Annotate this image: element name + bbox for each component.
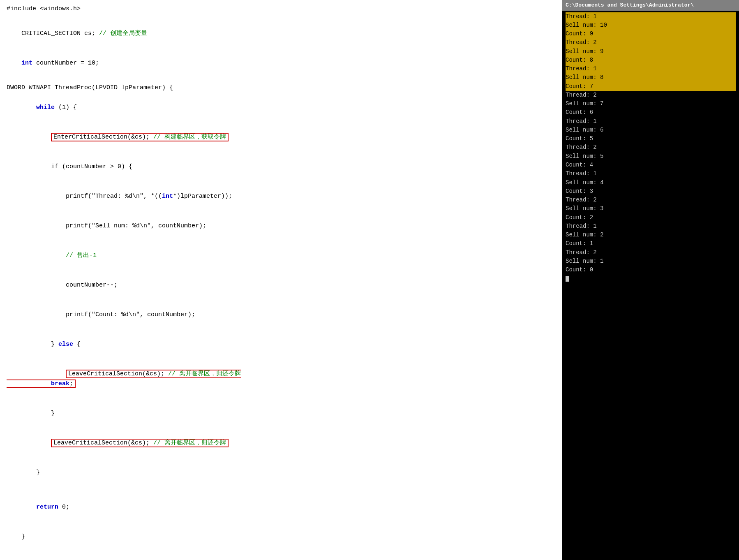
- leave-else-box-line: LeaveCriticalSection(&cs); // 离开临界区，归还令牌…: [7, 359, 556, 399]
- else-brace: {: [73, 341, 81, 348]
- indent-else: }: [21, 341, 58, 348]
- close-thread-line: }: [7, 522, 556, 552]
- terminal-line: Count: 2: [566, 213, 736, 222]
- return0-line: return 0;: [7, 493, 556, 522]
- leave-else-indent2: [7, 380, 51, 387]
- indent-enter: [21, 134, 51, 141]
- indent-leave-else: [21, 370, 66, 377]
- cs-comment: // 创建全局变量: [99, 30, 147, 37]
- decrement-text: countNumber--;: [21, 282, 118, 289]
- terminal-line: Thread: 1: [566, 65, 736, 73]
- terminal-line: Count: 3: [566, 187, 736, 196]
- printf1-text: printf("Thread: %d\n", *((: [21, 193, 162, 200]
- terminal-line: Sell num: 4: [566, 178, 736, 187]
- terminal-titlebar: C:\Documents and Settings\Administrator\: [562, 0, 739, 11]
- terminal-line: Thread: 2: [566, 248, 736, 257]
- else-kw: else: [58, 341, 73, 348]
- terminal-line: Thread: 1: [566, 169, 736, 178]
- terminal-line: Thread: 2: [566, 91, 736, 100]
- indent-return0: [21, 504, 36, 511]
- critical-section-line: CRITICAL_SECTION cs; // 创建全局变量: [7, 19, 556, 49]
- indent-if: [21, 163, 51, 170]
- terminal-cursor: [566, 276, 569, 282]
- leave-else-comment: // 离开临界区，归还令牌: [168, 370, 241, 377]
- terminal-line: Count: 1: [566, 239, 736, 248]
- main-sig-line: int main(int argc, char* argv[]): [7, 557, 556, 560]
- terminal-line: Count: 8: [566, 56, 736, 65]
- terminal-line: Sell num: 2: [566, 231, 736, 239]
- threadproc-sig: DWORD WINAPI ThreadProc(LPVOID lpParamet…: [7, 83, 556, 93]
- close-while-line: }: [7, 458, 556, 488]
- count-number-text: countNumber = 10;: [32, 60, 99, 67]
- int-cast: int: [162, 193, 173, 200]
- terminal-line: Sell num: 7: [566, 100, 736, 108]
- terminal-line: Sell num: 9: [566, 47, 736, 56]
- terminal-line: Count: 0: [566, 266, 736, 274]
- close-else-text: }: [21, 410, 55, 417]
- while-line: while (1) {: [7, 93, 556, 123]
- terminal-line: Thread: 2: [566, 143, 736, 152]
- count-number-line: int countNumber = 10;: [7, 49, 556, 78]
- break-kw: break: [51, 380, 69, 387]
- indent-while: [21, 104, 36, 111]
- terminal-line: Count: 6: [566, 108, 736, 117]
- printf1-line: printf("Thread: %d\n", *((int*)lpParamet…: [7, 182, 556, 211]
- leave-cs-box: LeaveCriticalSection(&cs); // 离开临界区，归还令牌: [51, 439, 229, 447]
- enter-cs-box: EnterCriticalSection(&cs); // 构建临界区，获取令牌: [51, 133, 229, 141]
- leave-cs-text: LeaveCriticalSection(&cs);: [53, 440, 153, 447]
- enter-cs-text: EnterCriticalSection(&cs);: [53, 134, 153, 141]
- terminal-line: Thread: 1: [566, 117, 736, 126]
- enter-cs-line: EnterCriticalSection(&cs); // 构建临界区，获取令牌: [7, 123, 556, 152]
- if-text: if (countNumber > 0) {: [51, 163, 132, 170]
- terminal-line: Thread: 2: [566, 196, 736, 204]
- comment-sell-line: // 售出-1: [7, 241, 556, 271]
- indent-sell: [21, 252, 66, 259]
- close-while-text: }: [21, 469, 40, 476]
- terminal-line: Thread: 1: [566, 12, 736, 21]
- enter-cs-comment: // 构建临界区，获取令牌: [153, 134, 226, 141]
- terminal-line: Thread: 2: [566, 38, 736, 47]
- terminal-cursor-line: [566, 274, 736, 283]
- terminal-panel: C:\Documents and Settings\Administrator\…: [562, 0, 739, 560]
- close-thread-brace: }: [21, 533, 25, 540]
- code-panel: #include <windows.h> CRITICAL_SECTION cs…: [0, 0, 562, 560]
- int-kw1: int: [21, 60, 32, 67]
- leave-else-text: LeaveCriticalSection(&cs);: [68, 370, 168, 377]
- terminal-line: Sell num: 3: [566, 204, 736, 213]
- break-semi: ;: [69, 380, 73, 387]
- else-line: } else {: [7, 330, 556, 359]
- printf3-text: printf("Count: %d\n", countNumber);: [21, 311, 195, 318]
- printf3-line: printf("Count: %d\n", countNumber);: [7, 300, 556, 330]
- terminal-line: Sell num: 6: [566, 126, 736, 134]
- while-rest: (1) {: [55, 104, 77, 111]
- terminal-line: Sell num: 5: [566, 152, 736, 161]
- close-else-line: }: [7, 399, 556, 428]
- include-line: #include <windows.h>: [7, 4, 556, 14]
- comment-sell: // 售出-1: [66, 252, 97, 259]
- if-line: if (countNumber > 0) {: [7, 152, 556, 182]
- terminal-line: Sell num: 8: [566, 73, 736, 82]
- leave-cs-box-line: LeaveCriticalSection(&cs); // 离开临界区，归还令牌: [7, 428, 556, 458]
- terminal-line: Sell num: 1: [566, 257, 736, 266]
- printf2-text: printf("Sell num: %d\n", countNumber);: [21, 222, 206, 229]
- terminal-line: Sell num: 10: [566, 21, 736, 30]
- terminal-output: Thread: 1Sell num: 10Count: 9Thread: 2Se…: [562, 11, 739, 560]
- terminal-title: C:\Documents and Settings\Administrator\: [566, 2, 694, 8]
- terminal-line: Thread: 1: [566, 222, 736, 231]
- decrement-line: countNumber--;: [7, 271, 556, 300]
- indent-leave-cs: [21, 440, 51, 447]
- cs-text: CRITICAL_SECTION cs;: [21, 30, 99, 37]
- terminal-line: Count: 4: [566, 161, 736, 169]
- terminal-line: Count: 9: [566, 30, 736, 38]
- printf2-line: printf("Sell num: %d\n", countNumber);: [7, 211, 556, 241]
- terminal-line: Count: 7: [566, 82, 736, 91]
- while-kw: while: [36, 104, 55, 111]
- return-kw1: return: [36, 504, 58, 511]
- terminal-line: Count: 5: [566, 134, 736, 143]
- printf1-rest: *)lpParameter));: [173, 193, 232, 200]
- leave-cs-comment: // 离开临界区，归还令牌: [153, 440, 226, 447]
- return0-val: 0;: [58, 504, 69, 511]
